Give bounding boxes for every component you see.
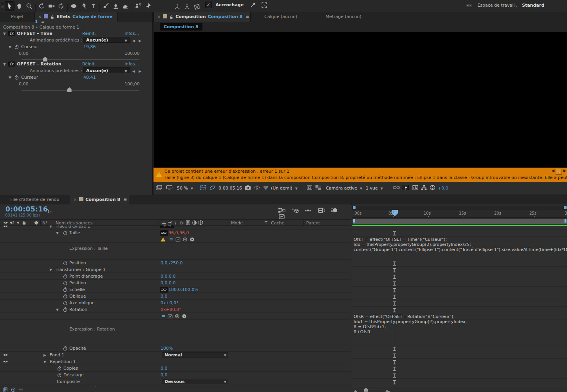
param-value[interactable]: 40,41 — [83, 75, 96, 80]
warning-prev-icon[interactable]: ◀ — [551, 168, 554, 173]
panel-menu-icon[interactable]: ≡ — [246, 14, 249, 19]
take-snapshot-icon[interactable] — [244, 185, 251, 191]
property-label[interactable]: Axe oblique — [69, 300, 95, 305]
camera-tool[interactable] — [47, 2, 56, 11]
work-area-bar[interactable] — [352, 219, 567, 224]
draft-3d-icon[interactable] — [291, 207, 298, 213]
property-label[interactable]: Position — [69, 280, 86, 285]
timeline-row[interactable]: Expression : Taille — [0, 243, 351, 260]
property-label[interactable]: Rotation — [69, 307, 87, 312]
timeline-row[interactable]: Position0,0,-250,0 — [0, 260, 351, 266]
stopwatch-icon[interactable] — [63, 260, 68, 266]
property-value[interactable]: 100,0,100,0% — [168, 287, 199, 292]
exposure-reset-icon[interactable] — [429, 185, 435, 191]
expression-text-rotation[interactable]: OfsR = effect("OFFSET – Rotation")("Curs… — [354, 314, 455, 319]
zoom-out-icon[interactable] — [352, 388, 359, 392]
expression-text-rotation[interactable]: R = OfsR*Idx1; — [354, 324, 386, 329]
property-value[interactable]: 0,0,-250,0 — [161, 260, 182, 266]
snap-label[interactable]: Accrochage — [216, 2, 244, 7]
timeline-row[interactable]: Position0,0,0,0 — [0, 280, 351, 286]
shy-switch-icon[interactable] — [161, 220, 166, 226]
motion-blur-icon[interactable] — [330, 207, 337, 213]
timeline-row[interactable]: Oblique0,0 — [0, 293, 351, 300]
expression-graph-icon[interactable] — [168, 314, 173, 320]
prev-preset-icon[interactable]: ◀ — [132, 39, 135, 43]
stopwatch-icon[interactable] — [63, 280, 68, 286]
tab-close-icon[interactable]: × — [73, 197, 77, 202]
property-label[interactable]: Opacité — [69, 346, 86, 351]
expand-layer-switches-icon[interactable] — [3, 387, 9, 392]
parent-column-label[interactable]: Parent — [306, 220, 320, 226]
type-tool[interactable]: T — [88, 2, 98, 11]
composition-viewport[interactable] — [153, 32, 567, 168]
frame-blending-icon[interactable] — [318, 207, 324, 213]
zoom-slider-handle[interactable] — [364, 388, 368, 392]
shape-tool[interactable] — [69, 2, 79, 11]
expression-enabled-icon[interactable]: = — [161, 313, 166, 319]
presets-dropdown[interactable]: Aucun(e) — [83, 37, 130, 43]
rotation-tool[interactable] — [37, 2, 47, 11]
reset-link[interactable]: Réinit. — [82, 61, 96, 67]
expression-error-icon[interactable] — [161, 237, 166, 243]
info-link[interactable]: Infos... — [125, 61, 139, 67]
region-of-interest-icon[interactable] — [261, 2, 267, 8]
expression-text-rotation[interactable]: R+OfsR — [354, 329, 370, 334]
stopwatch-icon[interactable] — [63, 307, 68, 313]
twirl-icon[interactable]: ▶ — [43, 353, 46, 357]
twirl-icon[interactable]: ▼ — [56, 231, 59, 235]
expression-text-rotation[interactable]: Idx1 = thisProperty.propertyGroup(2).pro… — [354, 319, 467, 324]
property-label[interactable]: Point d'ancrage — [69, 274, 103, 279]
effect-name[interactable]: OFFSET – Rotation — [17, 61, 61, 67]
puppet-pin-tool[interactable] — [143, 2, 153, 11]
twirl-icon[interactable]: ▼ — [49, 226, 52, 228]
warning-next-icon[interactable]: ▶ — [563, 168, 566, 173]
tab-footage[interactable]: Métrage (aucun) — [314, 12, 373, 22]
viewer-tab-composition-8[interactable]: Composition 8 — [160, 23, 202, 31]
navigator-start-handle[interactable] — [353, 206, 356, 209]
zoom-slider-track[interactable] — [359, 390, 382, 390]
stopwatch-icon[interactable] — [57, 372, 62, 378]
eye-icon[interactable] — [3, 359, 8, 365]
tab-close-icon[interactable]: × — [157, 14, 161, 19]
property-label[interactable]: Fond 1 — [50, 352, 64, 358]
zoom-tool[interactable] — [24, 2, 34, 11]
stopwatch-icon[interactable] — [57, 366, 62, 372]
info-link[interactable]: Infos... — [125, 31, 139, 36]
timeline-row[interactable]: Point d'ancrage0,0,0,0 — [0, 273, 351, 280]
eye-icon[interactable] — [3, 226, 8, 229]
blend-mode-dropdown[interactable]: Normal▼ — [163, 352, 228, 358]
stopwatch-icon[interactable] — [63, 287, 68, 293]
zoom-level-dropdown[interactable]: 50 %▼ — [177, 186, 193, 191]
stopwatch-icon[interactable] — [14, 75, 19, 80]
prev-preset-icon[interactable]: ◀ — [132, 69, 135, 73]
workspace-switcher[interactable]: Espace de travail : Standard — [466, 2, 544, 9]
snapshot-icon[interactable] — [156, 185, 162, 191]
pen-tool[interactable] — [79, 2, 88, 11]
property-value[interactable]: 100% — [161, 346, 173, 351]
eye-icon[interactable] — [3, 352, 8, 358]
property-label[interactable]: Composite — [57, 379, 80, 384]
next-preset-icon[interactable]: ▶ — [139, 69, 141, 73]
graph-editor-icon[interactable] — [278, 213, 284, 219]
twirl-icon[interactable]: ▼ — [3, 62, 6, 66]
comp-timecode[interactable]: 0:00:05:16 — [218, 186, 242, 191]
tab-timeline-composition-8[interactable]: ×Composition 8≡ — [70, 195, 129, 205]
fx-switch-icon[interactable]: fx — [179, 220, 183, 226]
current-timecode[interactable]: 0:00:05:16 — [5, 205, 48, 213]
region-of-interest-icon[interactable] — [306, 185, 312, 191]
property-label[interactable]: Taille — [69, 230, 80, 235]
pixel-aspect-icon[interactable] — [393, 185, 399, 191]
timeline-row[interactable]: Décalage0,0 — [0, 372, 351, 378]
roto-brush-tool[interactable] — [133, 2, 143, 11]
timeline-row[interactable]: ▶Fond 1Normal▼ — [0, 352, 351, 358]
property-value[interactable]: 0,0 — [161, 372, 168, 378]
tab-render-queue[interactable]: File d'attente de rendu — [0, 195, 70, 205]
shape-from-vector-icon[interactable] — [250, 2, 256, 8]
source-name-column-label[interactable]: Nom des sources — [56, 220, 92, 226]
property-value[interactable]: 0x+0,0° — [161, 300, 179, 305]
workspace-value[interactable]: Standard — [522, 3, 544, 8]
property-label[interactable]: Echelle — [69, 287, 85, 292]
work-area[interactable] — [352, 219, 567, 225]
slider-handle[interactable] — [67, 87, 72, 92]
timeline-row[interactable]: ▼Répétition 1 — [0, 358, 351, 365]
